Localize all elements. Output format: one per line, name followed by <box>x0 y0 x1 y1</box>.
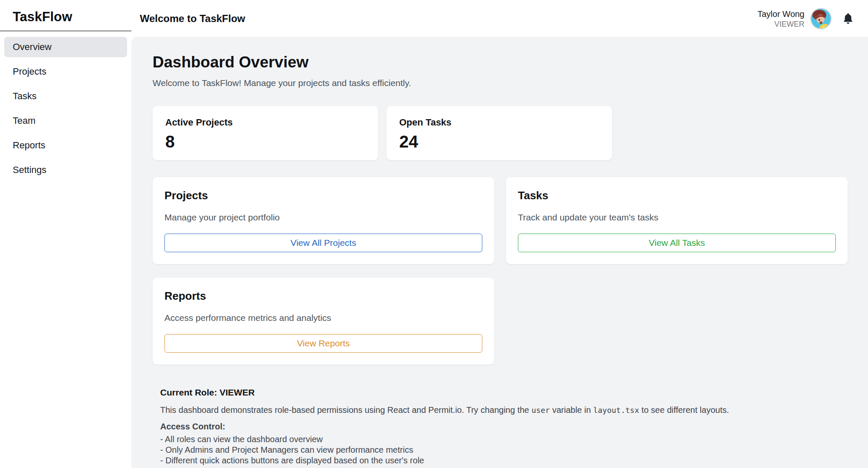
stat-card-active-projects: Active Projects 8 <box>153 106 378 160</box>
user-meta: Taylor Wong VIEWER <box>757 8 804 29</box>
bell-icon <box>843 12 854 25</box>
page-subtitle: Welcome to TaskFlow! Manage your project… <box>153 78 848 88</box>
card-title: Projects <box>164 189 482 202</box>
access-control-title: Access Control: <box>160 422 848 432</box>
description-text: This dashboard demonstrates role-based p… <box>160 405 531 415</box>
card-title: Tasks <box>518 189 836 202</box>
stat-value: 24 <box>399 132 599 151</box>
card-title: Reports <box>164 290 482 303</box>
stat-value: 8 <box>165 132 365 151</box>
sidebar-item-projects[interactable]: Projects <box>4 61 127 82</box>
role-description: This dashboard demonstrates role-based p… <box>160 405 848 415</box>
description-text: variable in <box>550 405 593 415</box>
access-rule: - All roles can view the dashboard overv… <box>160 434 848 444</box>
stat-label: Active Projects <box>165 117 365 128</box>
access-rule: - Different quick actions buttons are di… <box>160 455 848 465</box>
avatar[interactable] <box>810 8 832 29</box>
code-user: user <box>531 406 550 415</box>
notifications-button[interactable] <box>843 12 854 25</box>
feature-cards-grid: Projects Manage your project portfolio V… <box>153 177 849 365</box>
page-title: Dashboard Overview <box>153 53 848 71</box>
access-rule: - Only Admins and Project Managers can v… <box>160 445 848 455</box>
tasks-card: Tasks Track and update your team's tasks… <box>506 177 848 264</box>
stat-card-open-tasks: Open Tasks 24 <box>387 106 612 160</box>
sidebar-nav: Overview Projects Tasks Team Reports Set… <box>0 31 131 180</box>
sidebar-item-overview[interactable]: Overview <box>4 37 127 57</box>
code-layout-tsx: layout.tsx <box>593 406 639 415</box>
app-logo: TaskFlow <box>0 0 131 31</box>
card-description: Access performance metrics and analytics <box>164 313 482 323</box>
sidebar: TaskFlow Overview Projects Tasks Team Re… <box>0 0 131 468</box>
sidebar-item-tasks[interactable]: Tasks <box>4 86 127 106</box>
stat-label: Open Tasks <box>399 117 599 128</box>
role-info-section: Current Role: VIEWER This dashboard demo… <box>160 387 848 468</box>
sidebar-item-team[interactable]: Team <box>4 111 127 131</box>
user-name: Taylor Wong <box>757 8 804 20</box>
sidebar-item-settings[interactable]: Settings <box>4 160 127 180</box>
avatar-image <box>811 9 831 28</box>
current-role-line: Current Role: VIEWER <box>160 387 848 398</box>
description-text: to see different layouts. <box>639 405 729 415</box>
view-all-tasks-button[interactable]: View All Tasks <box>518 234 836 252</box>
stats-row: Active Projects 8 Open Tasks 24 <box>153 106 848 160</box>
reports-card: Reports Access performance metrics and a… <box>153 278 494 365</box>
user-role-badge: VIEWER <box>757 20 804 29</box>
sidebar-item-reports[interactable]: Reports <box>4 135 127 156</box>
right-column: Welcome to TaskFlow Taylor Wong VIEWER <box>131 0 868 468</box>
card-description: Manage your project portfolio <box>164 212 482 223</box>
projects-card: Projects Manage your project portfolio V… <box>153 177 494 264</box>
app-root: TaskFlow Overview Projects Tasks Team Re… <box>0 0 868 468</box>
main-content: Dashboard Overview Welcome to TaskFlow! … <box>131 37 868 468</box>
top-header: Welcome to TaskFlow Taylor Wong VIEWER <box>131 0 868 37</box>
header-title: Welcome to TaskFlow <box>140 13 245 25</box>
header-user-area: Taylor Wong VIEWER <box>757 8 854 29</box>
view-all-projects-button[interactable]: View All Projects <box>164 234 482 252</box>
card-description: Track and update your team's tasks <box>518 212 836 223</box>
view-reports-button[interactable]: View Reports <box>164 334 482 353</box>
